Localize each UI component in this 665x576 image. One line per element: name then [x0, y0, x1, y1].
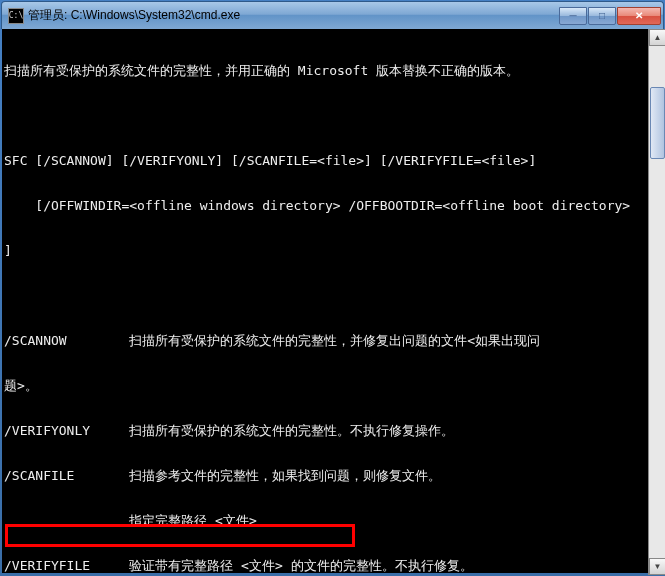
console-line: 扫描所有受保护的系统文件的完整性，并用正确的 Microsoft 版本替换不正确…: [4, 63, 661, 78]
window-title: 管理员: C:\Windows\System32\cmd.exe: [28, 7, 558, 24]
console-output[interactable]: 扫描所有受保护的系统文件的完整性，并用正确的 Microsoft 版本替换不正确…: [2, 29, 663, 573]
cmd-icon: C:\: [8, 8, 24, 24]
maximize-button[interactable]: □: [588, 7, 616, 25]
console-line: /SCANFILE 扫描参考文件的完整性，如果找到问题，则修复文件。: [4, 468, 661, 483]
console-line: /VERIFYFILE 验证带有完整路径 <文件> 的文件的完整性。不执行修复。: [4, 558, 661, 573]
console-line: /SCANNOW 扫描所有受保护的系统文件的完整性，并修复出问题的文件<如果出现…: [4, 333, 661, 348]
scroll-down-button[interactable]: ▼: [649, 558, 665, 575]
scroll-up-button[interactable]: ▲: [649, 29, 665, 46]
console-line: [/OFFWINDIR=<offline windows directory> …: [4, 198, 661, 213]
console-line: ]: [4, 243, 661, 258]
vertical-scrollbar[interactable]: ▲ ▼: [648, 29, 665, 575]
close-button[interactable]: ✕: [617, 7, 661, 25]
minimize-button[interactable]: ─: [559, 7, 587, 25]
titlebar[interactable]: C:\ 管理员: C:\Windows\System32\cmd.exe ─ □…: [1, 1, 664, 29]
console-line: [4, 288, 661, 303]
window-controls: ─ □ ✕: [558, 7, 661, 25]
console-line: [4, 108, 661, 123]
console-line: 指定完整路径 <文件>: [4, 513, 661, 528]
scroll-thumb[interactable]: [650, 87, 665, 159]
window-frame: C:\ 管理员: C:\Windows\System32\cmd.exe ─ □…: [0, 0, 665, 576]
console-line: /VERIFYONLY 扫描所有受保护的系统文件的完整性。不执行修复操作。: [4, 423, 661, 438]
console-line: 题>。: [4, 378, 661, 393]
scroll-track[interactable]: [649, 46, 665, 558]
console-line: SFC [/SCANNOW] [/VERIFYONLY] [/SCANFILE=…: [4, 153, 661, 168]
